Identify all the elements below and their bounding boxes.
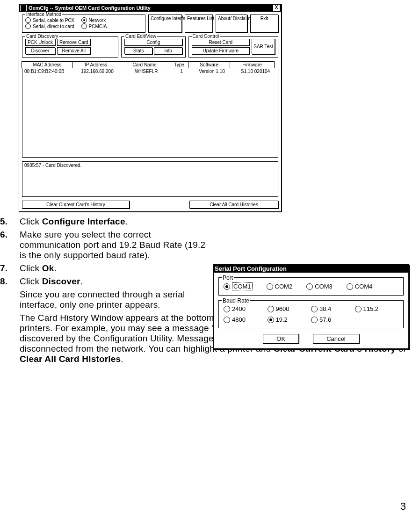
radio-2400[interactable]: 2400 <box>224 305 268 312</box>
serial-port-dialog: Serial Port Configuration Port COM1 COM2… <box>213 264 409 349</box>
info-button[interactable]: Info <box>154 47 182 54</box>
ok-button[interactable]: OK <box>263 334 299 344</box>
pck-unlock-button[interactable]: PCK Unlock <box>25 39 55 46</box>
cancel-button[interactable]: Cancel <box>313 334 359 344</box>
radio-com4[interactable]: COM4 <box>347 282 373 290</box>
interface-method-legend: Interface Method <box>25 12 62 17</box>
radio-serial-card[interactable]: Serial, direct to card <box>25 23 75 29</box>
interface-method-group: Interface Method Serial, cable to PCK Se… <box>22 14 145 33</box>
configure-interface-button[interactable]: Configure Interface <box>148 14 182 33</box>
clear-all-histories-button[interactable]: Clear All Card Histories <box>189 201 278 209</box>
features-list-button[interactable]: Features List <box>185 14 213 33</box>
close-icon[interactable]: X <box>273 4 280 12</box>
exit-button[interactable]: Exit <box>250 14 278 33</box>
radio-4800[interactable]: 4800 <box>224 316 268 323</box>
serial-titlebar: Serial Port Configuration <box>214 264 408 273</box>
step-8-para1: Since you are connected through a serial… <box>20 289 207 310</box>
col-type[interactable]: Type <box>170 61 188 68</box>
col-ip[interactable]: IP Address <box>72 61 119 68</box>
radio-192[interactable]: 19.2 <box>268 316 311 323</box>
radio-com1[interactable]: COM1 <box>224 282 253 290</box>
remove-card-button[interactable]: Remove Card <box>57 39 91 46</box>
discover-button[interactable]: Discover <box>25 47 55 54</box>
history-entry: 0935:57 - Card Discovered. <box>24 163 81 168</box>
app-icon <box>20 5 27 11</box>
radio-pcmcia[interactable]: PCMCIA <box>81 23 107 29</box>
oemcfg-title: OemCfg -- Symbol OEM Card Configuration … <box>29 5 151 11</box>
card-table-header: MAC Address IP Address Card Name Type So… <box>22 61 278 68</box>
table-row[interactable]: 00:B1:C9:B2:40:0B 192.168.69.200 WHSEFLR… <box>22 68 278 74</box>
reset-card-button[interactable]: Reset Card <box>192 39 250 46</box>
stats-button[interactable]: Stats <box>124 47 152 54</box>
baud-rate-group: Baud Rate 2400 9600 38.4 115.2 4800 19.2… <box>218 300 404 328</box>
col-firmware[interactable]: Firmware <box>230 61 275 68</box>
radio-576[interactable]: 57.6 <box>311 316 355 323</box>
sar-test-button[interactable]: SAR Test <box>252 39 275 54</box>
oemcfg-titlebar: OemCfg -- Symbol OEM Card Configuration … <box>19 4 281 12</box>
step-6-number: 6. <box>0 230 20 260</box>
card-discovery-group: Card Discovery PCK Unlock Discover Remov… <box>22 36 118 58</box>
step-5-number: 5. <box>0 217 20 227</box>
history-box[interactable]: 0935:57 - Card Discovered. <box>22 161 278 197</box>
card-control-group: Card Control Reset Card Update Firmware … <box>188 36 278 58</box>
radio-network[interactable]: Network <box>81 17 107 23</box>
radio-serial-pck[interactable]: Serial, cable to PCK <box>25 17 75 23</box>
port-group: Port COM1 COM2 COM3 COM4 <box>218 277 404 296</box>
step-7-number: 7. <box>0 263 20 274</box>
radio-384[interactable]: 38.4 <box>311 305 355 312</box>
step-8-number: 8. <box>0 276 20 287</box>
page-number: 3 <box>400 500 406 513</box>
clear-current-history-button[interactable]: Clear Current Card's History <box>22 201 130 209</box>
serial-title: Serial Port Configuration <box>215 265 287 272</box>
card-table-body[interactable]: 00:B1:C9:B2:40:0B 192.168.69.200 WHSEFLR… <box>22 68 278 158</box>
card-edit-view-group: Card Edit/View Config Stats Info <box>121 36 186 58</box>
remove-all-button[interactable]: Remove All <box>57 47 91 54</box>
about-disclaimer-button[interactable]: About/ Disclaimer <box>216 14 247 33</box>
update-firmware-button[interactable]: Update Firmware <box>192 47 250 54</box>
step-5-text: Click Configure Interface. <box>20 217 411 227</box>
step-6-text: Make sure you select the correct communi… <box>20 230 207 260</box>
oemcfg-window: OemCfg -- Symbol OEM Card Configuration … <box>19 4 282 212</box>
config-button[interactable]: Config <box>124 39 182 46</box>
radio-com3[interactable]: COM3 <box>306 282 333 290</box>
col-mac[interactable]: MAC Address <box>22 61 73 68</box>
col-software[interactable]: Software <box>188 61 230 68</box>
radio-com2[interactable]: COM2 <box>267 282 293 290</box>
col-name[interactable]: Card Name <box>119 61 170 68</box>
radio-1152[interactable]: 115.2 <box>355 305 399 312</box>
radio-9600[interactable]: 9600 <box>268 305 311 312</box>
